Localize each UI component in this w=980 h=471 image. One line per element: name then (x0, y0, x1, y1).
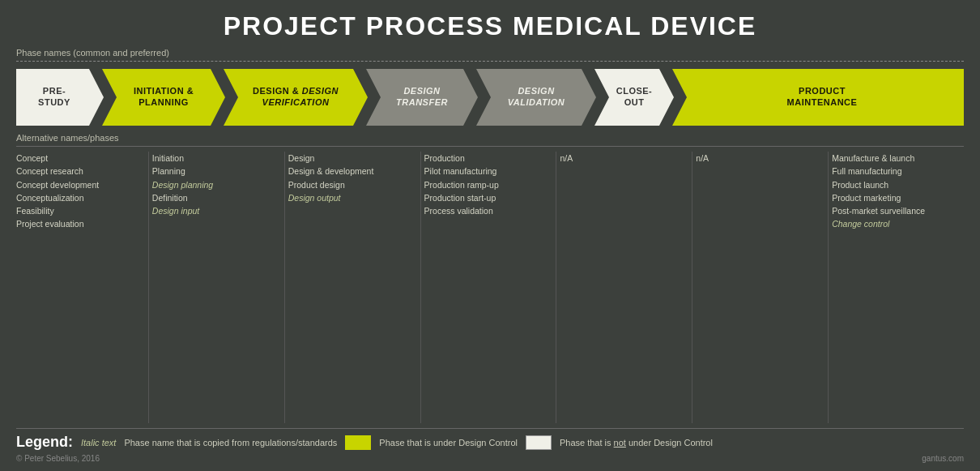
list-item: Design (288, 152, 417, 165)
list-item: Pilot manufacturing (424, 165, 553, 178)
list-item: Planning (152, 165, 281, 178)
alt-col-design-transfer: Production Pilot manufacturing Productio… (421, 152, 557, 423)
phase-close-out-label: CLOSE-OUT (616, 86, 653, 109)
main-container: PROJECT PROCESS MEDICAL DEVICE Phase nam… (0, 0, 980, 471)
phase-design-verification: DESIGN & DESIGNVERIFICATION (224, 69, 368, 126)
legend-title: Legend: (16, 434, 73, 451)
list-item: n/A (696, 152, 824, 165)
legend-section: Legend: Italic text Phase name that is c… (16, 428, 964, 451)
top-divider (16, 61, 964, 62)
phase-names-label: Phase names (common and preferred) (16, 48, 964, 58)
phase-design-validation: DESIGNVALIDATION (476, 69, 596, 126)
alt-col-initiation: Initiation Planning Design planning Defi… (149, 152, 285, 423)
phase-close-out: CLOSE-OUT (594, 69, 674, 126)
list-item: n/A (560, 152, 688, 165)
list-item: Initiation (152, 152, 281, 165)
footer: © Peter Sebelius, 2016 gantus.com (16, 454, 964, 463)
list-item: Post-market surveillance (832, 204, 961, 217)
phase-design-verif-label: DESIGN & DESIGNVERIFICATION (253, 86, 339, 109)
legend-white-desc: Phase that is not under Design Control (560, 438, 713, 447)
alt-names-row: Concept Concept research Concept develop… (16, 146, 964, 423)
alt-col-close-out: n/A (692, 152, 829, 423)
legend-lime-desc: Phase that is under Design Control (379, 438, 518, 447)
phase-product-maint-label: PRODUCTMAINTENANCE (787, 86, 858, 109)
list-item: Production (424, 152, 553, 165)
list-item: Manufacture & launch (832, 152, 961, 165)
list-item: Design input (152, 204, 281, 217)
alt-col-product-maint: Manufacture & launch Full manufacturing … (829, 152, 964, 423)
website: gantus.com (922, 454, 964, 463)
list-item: Product launch (832, 178, 961, 191)
page-title: PROJECT PROCESS MEDICAL DEVICE (16, 11, 964, 41)
legend-lime-box (345, 435, 371, 450)
legend-not-text: not (614, 438, 626, 447)
list-item: Product design (288, 178, 417, 191)
list-item: Concept development (16, 178, 145, 191)
list-item: Design & development (288, 165, 417, 178)
list-item: Production ramp-up (424, 178, 553, 191)
phase-product-maintenance: PRODUCTMAINTENANCE (672, 69, 964, 126)
list-item: Process validation (424, 204, 553, 217)
alt-col-design-valid: n/A (556, 152, 692, 423)
alt-col-design-verif: Design Design & development Product desi… (285, 152, 421, 423)
list-item: Definition (152, 191, 281, 204)
legend-italic-desc: Phase name that is copied from regulatio… (124, 438, 337, 447)
phase-pre-study-label: PRE-STUDY (28, 86, 81, 109)
list-item: Design output (288, 191, 417, 204)
list-item: Conceptualization (16, 191, 145, 204)
arrows-row: PRE-STUDY INITIATION &PLANNING DESIGN & … (16, 68, 964, 126)
phase-design-transfer: DESIGNTRANSFER (366, 69, 478, 126)
list-item: Concept research (16, 165, 145, 178)
legend-white-box (526, 435, 552, 450)
list-item: Change control (832, 217, 961, 230)
phase-design-transfer-label: DESIGNTRANSFER (396, 86, 448, 109)
alt-names-label: Alternative names/phases (16, 133, 964, 143)
phase-design-valid-label: DESIGNVALIDATION (508, 86, 565, 109)
list-item: Full manufacturing (832, 165, 961, 178)
list-item: Production start-up (424, 191, 553, 204)
phase-pre-study: PRE-STUDY (16, 69, 104, 126)
list-item: Concept (16, 152, 145, 165)
copyright: © Peter Sebelius, 2016 (16, 454, 100, 463)
list-item: Feasibility (16, 204, 145, 217)
list-item: Project evaluation (16, 217, 145, 230)
phase-initiation-label: INITIATION &PLANNING (134, 86, 194, 109)
alt-col-pre-study: Concept Concept research Concept develop… (16, 152, 149, 423)
list-item: Design planning (152, 178, 281, 191)
legend-italic-label: Italic text (81, 438, 116, 447)
phase-initiation-planning: INITIATION &PLANNING (102, 69, 225, 126)
list-item: Product marketing (832, 191, 961, 204)
